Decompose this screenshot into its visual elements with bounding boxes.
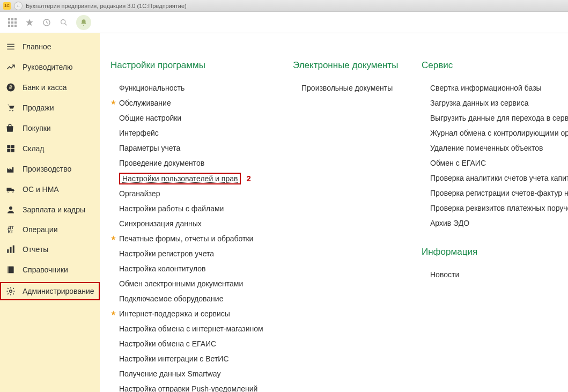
sidebar-item-label: ОС и НМА (23, 185, 59, 194)
menu-item-doc-posting[interactable]: Проведение документов (119, 156, 271, 171)
sidebar-item-label: Главное (23, 42, 51, 51)
section-edocs: Электронные документы Произвольные докум… (293, 60, 400, 95)
sidebar-item-label: Зарплата и кадры (23, 205, 85, 214)
menu-item-delete-marked[interactable]: Удаление помеченных объектов (430, 140, 557, 156)
sidebar-item-bank[interactable]: ₽ Банк и касса (0, 78, 100, 97)
notifications-icon[interactable] (76, 15, 91, 30)
truck-icon (5, 184, 16, 194)
sidebar-item-hr[interactable]: Зарплата и кадры (0, 201, 100, 219)
menu-item-peripherals[interactable]: Подключаемое оборудование (119, 291, 271, 306)
svg-text:₽: ₽ (9, 85, 12, 90)
sidebar-item-sales[interactable]: Продажи (0, 99, 100, 117)
menu-item-payment-check[interactable]: Проверка реквизитов платежных поручений (430, 201, 557, 216)
sidebar-item-label: Производство (23, 165, 71, 173)
menu-item-load-service[interactable]: Загрузка данных из сервиса (430, 95, 557, 110)
bag-icon (5, 123, 16, 133)
search-icon[interactable] (59, 18, 69, 27)
sidebar-item-manager[interactable]: Руководителю (0, 58, 100, 76)
menu-item-user-rights[interactable]: Настройки пользователей и прав2 (119, 171, 251, 186)
svg-rect-21 (7, 149, 10, 152)
menu-item-edo-archive[interactable]: Архив ЭДО (430, 216, 557, 231)
menu-item-vetis[interactable]: Настройки интеграции с ВетИС (119, 351, 271, 366)
sidebar-item-warehouse[interactable]: Склад (0, 139, 100, 158)
chart-icon (5, 62, 16, 72)
svg-rect-4 (11, 21, 13, 24)
menu-item-news[interactable]: Новости (430, 267, 557, 282)
sidebar-item-reports[interactable]: Отчеты (0, 240, 100, 258)
section-service: Сервис Свертка информационной базы Загру… (422, 60, 557, 231)
sidebar-item-label: Справочники (23, 265, 68, 274)
sidebar-item-purchases[interactable]: Покупки (0, 119, 100, 137)
svg-rect-6 (8, 25, 10, 27)
menu-item-capital-check[interactable]: Проверка аналитики счетов учета капитала (430, 171, 557, 186)
section-header-settings: Настройки программы (110, 60, 271, 71)
edocs-menu-list: Произвольные документы (293, 80, 400, 95)
window-title: Бухгалтерия предприятия, редакция 3.0 (1… (26, 3, 187, 9)
history-icon[interactable] (42, 18, 51, 27)
annotation-marker-2: 2 (246, 174, 250, 183)
toolbar (0, 12, 568, 33)
sidebar-item-admin[interactable]: Администрирование (0, 282, 100, 300)
sidebar-item-assets[interactable]: ОС и НМА (0, 180, 100, 198)
sidebar-item-operations[interactable]: ДтКт Операции (0, 221, 100, 238)
svg-rect-26 (7, 249, 9, 253)
factory-icon (5, 164, 16, 174)
menu-item-exchange-journal[interactable]: Журнал обмена с контролирующими органами (430, 125, 557, 140)
menu-item-interface[interactable]: Интерфейс (119, 125, 271, 140)
main-layout: Главное Руководителю ₽ Банк и касса Прод… (0, 33, 568, 392)
menu-item-eshop-exchange[interactable]: Настройка обмена с интернет-магазином (119, 321, 271, 336)
menu-item-edoc-exchange[interactable]: Обмен электронными документами (119, 276, 271, 291)
menu-item-maintenance[interactable]: Обслуживание (119, 95, 271, 110)
back-icon[interactable]: ← (14, 2, 23, 10)
sidebar-item-production[interactable]: Производство (0, 160, 100, 178)
menu-item-internet-support[interactable]: Интернет-поддержка и сервисы (119, 306, 271, 321)
menu-item-egais-exchange-svc[interactable]: Обмен с ЕГАИС (430, 156, 557, 171)
menu-item-accounting-params[interactable]: Параметры учета (119, 140, 271, 156)
bars-icon (5, 245, 16, 254)
menu-item-functionality[interactable]: Функциональность (119, 80, 271, 95)
info-menu-list: Новости (422, 267, 557, 282)
section-settings: Настройки программы Функциональность Обс… (110, 60, 271, 392)
svg-rect-1 (11, 18, 13, 20)
menu-item-organizer[interactable]: Органайзер (119, 186, 271, 201)
sidebar-item-label: Продажи (23, 103, 54, 112)
svg-rect-19 (7, 145, 10, 148)
sidebar-item-main[interactable]: Главное (0, 38, 100, 56)
sidebar-item-label: Администрирование (23, 287, 94, 295)
svg-point-29 (10, 290, 12, 293)
menu-item-arbitrary-docs[interactable]: Произвольные документы (301, 80, 400, 95)
menu-item-db-rollup[interactable]: Свертка информационной базы (430, 80, 557, 95)
gear-icon (5, 286, 16, 296)
sidebar-item-label: Руководителю (23, 63, 72, 71)
menu-item-general-settings[interactable]: Общие настройки (119, 110, 271, 125)
svg-rect-22 (11, 149, 14, 152)
sidebar-item-label: Отчеты (23, 245, 48, 254)
section-header-service: Сервис (422, 60, 557, 71)
sidebar-item-directories[interactable]: Справочники (0, 261, 100, 279)
menu-item-export-service[interactable]: Выгрузить данные для перехода в сервис (430, 110, 557, 125)
menu-item-sync[interactable]: Синхронизация данных (119, 216, 271, 231)
menu-item-file-settings[interactable]: Настройки работы с файлами (119, 201, 271, 216)
apps-icon[interactable] (8, 18, 17, 27)
menu-item-header-footer[interactable]: Настройка колонтитулов (119, 261, 271, 276)
section-info: Информация Новости (422, 247, 557, 282)
menu-item-smartway[interactable]: Получение данных Smartway (119, 366, 271, 381)
person-icon (5, 205, 16, 215)
book-icon (5, 265, 16, 275)
menu-item-print-forms[interactable]: Печатные формы, отчеты и обработки (119, 231, 271, 246)
svg-point-24 (12, 191, 13, 193)
svg-point-10 (61, 19, 65, 24)
service-menu-list: Свертка информационной базы Загрузка дан… (422, 80, 557, 231)
star-icon[interactable] (25, 18, 34, 27)
svg-rect-20 (11, 145, 14, 148)
ruble-icon: ₽ (5, 83, 16, 92)
menu-item-egais-exchange[interactable]: Настройки обмена с ЕГАИС (119, 336, 271, 351)
svg-point-23 (8, 191, 9, 193)
debit-credit-icon: ДтКт (5, 225, 16, 234)
menu-item-register-settings[interactable]: Настройки регистров учета (119, 246, 271, 261)
menu-item-invoice-check[interactable]: Проверка регистрации счетов-фактур на ав… (430, 186, 557, 201)
sidebar: Главное Руководителю ₽ Банк и касса Прод… (0, 33, 100, 392)
svg-rect-8 (14, 25, 17, 27)
menu-item-push[interactable]: Настройка отправки Push-уведомлений (119, 381, 271, 392)
sidebar-item-label: Покупки (23, 124, 51, 132)
